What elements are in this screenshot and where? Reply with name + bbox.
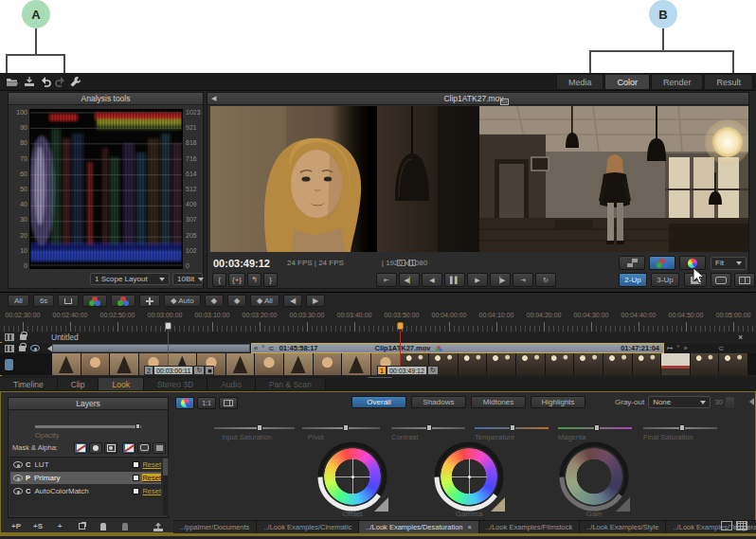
gain-wheel[interactable] xyxy=(559,441,629,512)
layer-list-scrollbar[interactable] xyxy=(163,458,168,515)
look-view-list-icon[interactable] xyxy=(721,521,732,530)
trim-left-icons[interactable]: « ° ⊂ xyxy=(254,344,276,352)
loop-icon[interactable]: ↻ xyxy=(427,366,439,375)
wrench-icon[interactable] xyxy=(68,75,82,88)
node-icon[interactable] xyxy=(117,521,133,532)
transport-button[interactable]: ◀ xyxy=(422,273,442,287)
import-icon[interactable] xyxy=(22,75,36,88)
lr-compare-button[interactable] xyxy=(219,397,238,409)
bit-depth-dropdown[interactable]: 10Bit xyxy=(172,273,203,285)
film-thumbnail[interactable] xyxy=(487,353,516,375)
layer-row-primary[interactable]: P Primary Reset xyxy=(10,472,161,484)
slider-final-saturation[interactable]: Final Saturation xyxy=(643,423,717,444)
track-film-icon[interactable] xyxy=(5,333,14,341)
range-tab-shadows[interactable]: Shadows xyxy=(411,396,466,408)
match-mode-button[interactable]: 1:1 xyxy=(197,397,216,409)
film-thumbnail[interactable] xyxy=(516,353,546,375)
film-thumbnail[interactable] xyxy=(52,353,81,375)
clip-tail-icon[interactable]: ⊂ xyxy=(718,344,724,352)
tab-result[interactable]: Result xyxy=(704,74,753,90)
transport-button[interactable]: ▶ xyxy=(467,273,488,287)
edit-point-button[interactable]: {+} xyxy=(228,273,245,287)
look-tab[interactable]: ../Look Examples/Cinematic xyxy=(257,521,359,533)
fit-dropdown[interactable]: Fit xyxy=(711,257,747,270)
transport-button[interactable]: ⇥ xyxy=(513,273,533,287)
layer-reset-link[interactable]: Reset xyxy=(142,487,161,495)
film-thumbnail[interactable] xyxy=(661,353,691,375)
video-frame-left[interactable] xyxy=(210,106,479,252)
two-up-button[interactable]: 2-Up xyxy=(619,273,647,287)
inout-icon[interactable] xyxy=(58,295,79,307)
edit-point-button[interactable]: { xyxy=(212,273,226,287)
viewer-back-icon[interactable]: ◀ xyxy=(211,95,216,102)
layer-reset-link[interactable]: Reset xyxy=(142,460,161,469)
add-node-icon[interactable] xyxy=(96,521,111,532)
stop-icon[interactable]: ■ xyxy=(205,366,214,375)
playhead-handle-secondary[interactable] xyxy=(165,322,171,330)
copyback-icon[interactable] xyxy=(82,295,107,307)
mask-circle-button[interactable] xyxy=(89,442,102,454)
alpha-off-button[interactable] xyxy=(122,442,135,454)
opacity-slider-handle[interactable] xyxy=(135,423,140,429)
film-thumbnail[interactable] xyxy=(459,353,488,375)
mask-shape-button[interactable] xyxy=(104,442,117,454)
look-tab[interactable]: ../ppalmer/Documents xyxy=(173,521,257,533)
timeline-tool-button[interactable]: 6s xyxy=(33,295,54,307)
stepper-icon[interactable] xyxy=(726,397,734,407)
add-secondary-button[interactable]: +S xyxy=(30,521,45,532)
look-tab[interactable]: ../Look Examples/Desaturation× xyxy=(359,521,479,533)
save-look-icon[interactable] xyxy=(151,521,166,532)
clip-track-lock-icon[interactable] xyxy=(19,346,26,351)
film-thumbnail[interactable] xyxy=(226,353,256,375)
timeline-tool-button[interactable]: ▶ xyxy=(306,295,325,307)
track-name[interactable]: Untitled xyxy=(51,332,79,342)
slate-button[interactable] xyxy=(711,273,731,287)
film-thumbnail[interactable] xyxy=(314,353,343,375)
timeline-tool-button[interactable]: ◆ xyxy=(205,295,224,307)
look-view-grid-icon[interactable] xyxy=(736,521,747,530)
tab-audio[interactable]: Audio xyxy=(207,378,256,390)
loop-icon[interactable]: ↻ xyxy=(193,366,205,375)
trim-right-icons[interactable]: ↦ ° » xyxy=(667,344,689,352)
tab-timeline[interactable]: Timeline xyxy=(0,378,58,390)
visibility-eye-icon[interactable] xyxy=(30,345,40,351)
look-tab[interactable]: ../Look Examples/Style xyxy=(580,521,666,533)
marker-badge-secondary[interactable]: 200:03:00:11↻■ xyxy=(144,366,214,375)
film-thumbnail[interactable] xyxy=(81,353,111,375)
film-thumbnail[interactable] xyxy=(255,353,284,375)
film-thumbnail[interactable] xyxy=(110,353,139,375)
track-close-icon[interactable]: × xyxy=(738,332,743,342)
layer-checkbox[interactable] xyxy=(133,475,139,481)
timeline-tool-button[interactable]: ◆ xyxy=(227,295,246,307)
layers-panel-title[interactable]: Layers xyxy=(9,398,168,410)
rgb-icon[interactable] xyxy=(111,295,135,307)
film-thumbnail[interactable] xyxy=(719,353,748,375)
gamma-wheel[interactable] xyxy=(434,441,504,512)
duplicate-layer-icon[interactable] xyxy=(74,521,89,532)
edit-point-button[interactable]: } xyxy=(263,273,278,287)
wheels-mode-button[interactable] xyxy=(175,397,194,409)
film-thumbnail[interactable] xyxy=(691,353,720,375)
transport-button[interactable]: ▌▌ xyxy=(444,273,465,287)
transport-button[interactable]: ↻ xyxy=(535,273,556,287)
transport-button[interactable]: ⇤ xyxy=(376,273,397,287)
transport-button[interactable]: ▕▶ xyxy=(490,273,511,287)
clip-bar-previous[interactable] xyxy=(52,344,250,352)
film-thumbnail[interactable] xyxy=(633,353,662,375)
eye-icon[interactable] xyxy=(13,475,23,481)
three-up-button[interactable]: 3-Up xyxy=(651,273,679,287)
clip-name[interactable]: Clip1ATK27.mov xyxy=(375,344,431,352)
waveform-scope[interactable] xyxy=(29,109,183,269)
timeline-tool-button[interactable]: ◆ All xyxy=(250,295,279,307)
track-thumb-icon[interactable] xyxy=(5,359,13,370)
transport-button[interactable]: ◀▏ xyxy=(399,273,420,287)
slider-input-saturation[interactable]: Input Saturation xyxy=(214,423,295,444)
maximize-icon[interactable] xyxy=(500,99,509,105)
range-tab-midtones[interactable]: Midtones xyxy=(471,396,526,408)
offset-wheel[interactable] xyxy=(317,441,387,512)
track-lock-icon[interactable] xyxy=(20,334,27,340)
alpha-rect-button[interactable] xyxy=(137,442,151,454)
playhead-handle-primary[interactable] xyxy=(397,322,404,330)
video-frame-right[interactable] xyxy=(479,106,748,252)
undo-icon[interactable] xyxy=(39,75,53,88)
